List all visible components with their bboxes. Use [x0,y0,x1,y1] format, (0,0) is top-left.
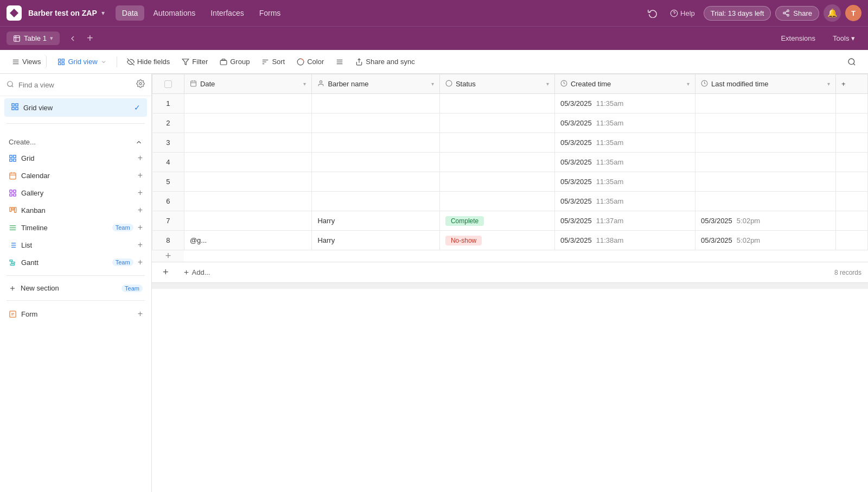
last-modified-cell[interactable] [695,133,835,153]
table-row[interactable]: 1 ⤢05/3/202511:35am [152,94,868,113]
add-grid-icon[interactable]: + [138,153,143,163]
date-cell[interactable] [184,153,312,172]
nav-automations[interactable]: Automations [146,5,202,21]
created-time-cell[interactable]: 05/3/202511:35am [554,172,695,192]
status-cell[interactable]: Complete [439,211,554,231]
date-cell[interactable]: @g... [184,231,312,250]
barber-name-cell[interactable]: Harry [312,211,440,231]
grid-view-button[interactable]: Grid view [52,55,112,68]
col-header-barber-name[interactable]: Barber name ▾ [312,74,440,94]
col-header-status[interactable]: Status ▾ [439,74,554,94]
add-form-icon[interactable]: + [138,309,143,319]
barber-name-cell[interactable] [312,94,440,113]
views-button[interactable]: Views [7,55,47,68]
sidebar-item-grid-view[interactable]: Grid view ✓ [4,98,147,117]
date-cell[interactable] [184,192,312,211]
date-cell[interactable] [184,94,312,113]
sidebar-item-timeline[interactable]: Timeline Team + [7,219,145,236]
barber-name-cell[interactable] [312,153,440,172]
sidebar-new-section[interactable]: New section Team [7,280,145,296]
table-row[interactable]: 4 ⤢05/3/202511:35am [152,153,868,172]
nav-forms[interactable]: Forms [253,5,288,21]
sidebar-item-list[interactable]: List + [7,236,145,254]
hide-fields-button[interactable]: Hide fields [122,55,176,68]
status-cell[interactable] [439,192,554,211]
group-button[interactable]: Group [214,55,255,68]
add-gallery-icon[interactable]: + [138,188,143,198]
sidebar-item-kanban[interactable]: Kanban + [7,201,145,219]
barber-name-cell[interactable]: Harry [312,231,440,250]
table-row[interactable]: 5 ⤢05/3/202511:35am [152,172,868,192]
barber-name-cell[interactable] [312,113,440,133]
created-time-cell[interactable]: 05/3/202511:35am [554,153,695,172]
status-cell[interactable] [439,153,554,172]
horizontal-scrollbar[interactable] [152,282,868,289]
date-cell[interactable] [184,211,312,231]
status-cell[interactable] [439,94,554,113]
table-row[interactable]: 3 ⤢05/3/202511:35am [152,133,868,153]
created-time-cell[interactable]: 05/3/202511:38am [554,231,695,250]
filter-button[interactable]: Filter [176,55,213,68]
add-gantt-icon[interactable]: + [138,257,143,267]
last-modified-cell[interactable] [695,94,835,113]
date-cell[interactable] [184,133,312,153]
barber-name-cell[interactable] [312,133,440,153]
add-calendar-icon[interactable]: + [138,171,143,180]
history-icon[interactable] [644,4,661,22]
workspace-chevron[interactable]: ▾ [101,9,105,17]
table-row[interactable]: 8 ⤢@g...HarryNo-show05/3/202511:38am05/3… [152,231,868,250]
status-cell[interactable] [439,113,554,133]
notification-button[interactable]: 🔔 [824,4,841,22]
avatar[interactable]: T [845,5,861,21]
create-section-header[interactable]: Create... [7,135,145,149]
created-time-cell[interactable]: 05/3/202511:37am [554,211,695,231]
table-row[interactable]: 2 ⤢05/3/202511:35am [152,113,868,133]
add-kanban-icon[interactable]: + [138,205,143,215]
created-time-cell[interactable]: 05/3/202511:35am [554,192,695,211]
col-header-date[interactable]: Date ▾ [184,74,312,94]
search-button[interactable] [842,55,861,69]
last-modified-cell[interactable] [695,113,835,133]
last-modified-cell[interactable]: 05/3/20255:02pm [695,231,835,250]
status-cell[interactable] [439,133,554,153]
col-header-last-modified[interactable]: Last modified time ▾ [695,74,835,94]
nav-interfaces[interactable]: Interfaces [204,5,250,21]
last-modified-cell[interactable]: 05/3/20255:02pm [695,211,835,231]
created-time-cell[interactable]: 05/3/202511:35am [554,113,695,133]
help-button[interactable]: Help [666,7,699,20]
color-button[interactable]: Color [291,55,329,68]
last-modified-cell[interactable] [695,192,835,211]
add-field-button[interactable]: Add... [178,266,215,279]
sidebar-item-calendar[interactable]: Calendar + [7,167,145,184]
last-modified-cell[interactable] [695,153,835,172]
sidebar-item-grid[interactable]: Grid + [7,149,145,167]
sidebar-item-form[interactable]: Form + [7,305,145,323]
app-logo[interactable] [7,5,22,21]
status-cell[interactable]: No-show [439,231,554,250]
add-row-button[interactable]: + [158,264,173,280]
created-time-cell[interactable]: 05/3/202511:35am [554,94,695,113]
table-row[interactable]: 7 ⤢HarryComplete05/3/202511:37am05/3/202… [152,211,868,231]
barber-name-cell[interactable] [312,172,440,192]
sort-button[interactable]: Sort [256,55,290,68]
add-table-btn[interactable]: + [81,30,99,47]
share-sync-button[interactable]: Share and sync [350,55,420,68]
share-button[interactable]: Share [775,6,819,21]
settings-icon[interactable] [136,79,145,90]
barber-name-cell[interactable] [312,192,440,211]
add-list-icon[interactable]: + [138,240,143,250]
collapse-tab-btn[interactable] [64,30,81,47]
sidebar-item-gantt[interactable]: Gantt Team + [7,254,145,271]
table-tab[interactable]: Table 1 ▾ [7,31,60,45]
status-cell[interactable] [439,172,554,192]
created-time-cell[interactable]: 05/3/202511:35am [554,133,695,153]
date-cell[interactable] [184,113,312,133]
add-row[interactable]: + [152,250,868,262]
col-header-created-time[interactable]: Created time ▾ [554,74,695,94]
select-all-checkbox[interactable] [164,80,172,88]
row-height-button[interactable] [330,55,349,68]
trial-button[interactable]: Trial: 13 days left [704,6,771,21]
nav-data[interactable]: Data [116,5,145,21]
extensions-btn[interactable]: Extensions [774,31,822,46]
table-row[interactable]: 6 ⤢05/3/202511:35am [152,192,868,211]
